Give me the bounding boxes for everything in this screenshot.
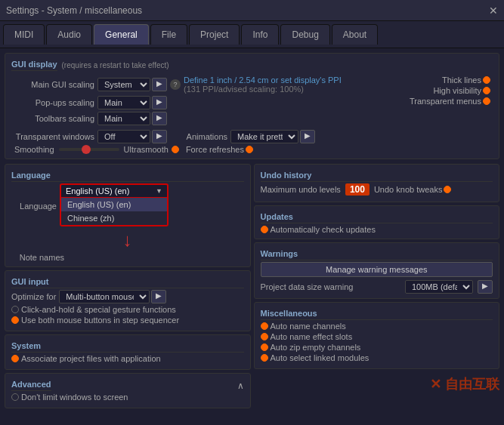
auto-check-label: Automatically check updates [271,225,376,234]
language-dropdown-container: English (US) (en) ▼ English (US) (en) Ch… [60,183,169,226]
language-option-zh[interactable]: Chinese (zh) [61,211,167,225]
max-undo-label: Maximum undo levels [261,185,341,194]
close-button[interactable]: ✕ [489,5,498,17]
language-row: Language English (US) (en) ▼ English (US… [11,183,244,228]
tab-file[interactable]: File [150,24,187,45]
force-refreshes-label: Force refreshes [186,145,244,154]
optimize-label: Optimize for [11,292,56,301]
system-header: System [11,340,244,353]
gesture-label: Click-and-hold & special gesture functio… [21,305,176,314]
note-names-row: Note names [11,253,244,262]
transparent-windows-arrow[interactable]: ▶ [152,130,167,143]
auto-name-channels-label: Auto name channels [271,322,346,331]
tab-general[interactable]: General [94,24,149,45]
gui-input-header: GUI input [11,276,244,288]
project-data-arrow[interactable]: ▶ [478,280,493,294]
language-option-en[interactable]: English (US) (en) [61,198,167,211]
main-content: GUI display (requires a restart to take … [0,48,504,425]
auto-check-radio[interactable] [261,226,268,233]
advanced-header: Advanced [11,378,51,391]
manage-warnings-button[interactable]: Manage warning messages [261,262,493,277]
window-title: Settings - System / miscellaneous [6,5,142,16]
tab-bar: MIDI Audio General File Project Info Deb… [0,21,504,48]
tab-info[interactable]: Info [241,24,279,45]
gesture-option-row: Click-and-hold & special gesture functio… [11,305,244,314]
transparent-windows-select[interactable]: Off [97,130,150,143]
advanced-section: Advanced ∧ Don't limit windows to screen [5,373,251,408]
dropdown-selected[interactable]: English (US) (en) ▼ [61,185,167,197]
high-visibility-toggle[interactable] [483,87,490,94]
updates-header: Updates [261,211,493,223]
optimize-arrow[interactable]: ▶ [151,290,166,303]
limit-windows-label: Don't limit windows to screen [21,393,128,402]
popups-scaling-row: Pop-ups scaling Main ▶ [11,96,410,109]
tab-audio[interactable]: Audio [46,24,92,45]
misc-option4-row: Auto select linked modules [261,353,493,362]
max-undo-value: 100 [345,183,369,196]
animations-label: Animations [173,132,227,141]
project-data-select[interactable]: 100MB (default) [405,280,473,294]
thick-lines-toggle[interactable] [483,76,490,84]
transparent-menus-toggle[interactable] [483,97,490,105]
misc-header: Miscellaneous [261,307,493,320]
force-refreshes-toggle[interactable] [246,146,253,153]
miscellaneous-section: Miscellaneous Auto name channels Auto na… [254,302,500,369]
auto-zip-channels-radio[interactable] [261,343,268,351]
right-column: Undo history Maximum undo levels 100 Und… [254,164,500,420]
thick-lines-label: Thick lines [442,75,481,85]
optimize-select[interactable]: Multi-button mouse [59,290,150,303]
toolbars-scaling-arrow[interactable]: ▶ [152,112,167,125]
popups-scaling-select[interactable]: Main [97,96,150,109]
gui-display-section: GUI display (requires a restart to take … [5,53,499,159]
language-header: Language [11,169,244,182]
tab-debug[interactable]: Debug [280,24,329,45]
transparent-menus-label: Transparent menus [410,97,481,106]
misc-option3-row: Auto zip empty channels [261,343,493,352]
tab-project[interactable]: Project [189,24,240,45]
limit-windows-radio[interactable] [11,393,19,401]
tab-about[interactable]: About [332,24,378,45]
transparent-windows-label: Transparent windows [11,132,94,141]
tab-midi[interactable]: MIDI [3,24,45,45]
main-gui-scaling-arrow[interactable]: ▶ [152,78,167,91]
gesture-radio[interactable] [11,306,19,313]
misc-option2-row: Auto name effect slots [261,332,493,341]
transparent-windows-row: Transparent windows Off ▶ [11,130,167,143]
main-gui-scaling-select[interactable]: System [97,78,150,91]
auto-check-row: Automatically check updates [261,225,493,234]
smoothing-label: Smoothing [14,145,54,154]
animations-row: Animations Make it pretty ▶ [173,130,315,143]
max-undo-row: Maximum undo levels 100 Undo knob tweaks [261,183,493,196]
watermark: ✕ 自由互联 [254,372,500,396]
smoothing-row: Smoothing Ultrasmooth Force refreshes [11,145,255,154]
toolbars-scaling-select[interactable]: Main [97,112,150,125]
auto-name-effects-radio[interactable] [261,333,268,340]
left-column: Language Language English (US) (en) ▼ En… [5,164,251,420]
animations-arrow[interactable]: ▶ [300,130,315,143]
advanced-collapse[interactable]: ∧ [237,380,244,391]
project-data-label: Project data size warning [261,282,354,291]
dropdown-arrow-icon: ▼ [156,187,162,195]
gui-display-header: GUI display [11,58,57,71]
undo-knob-toggle[interactable] [444,186,451,193]
high-visibility-label: High visibility [433,86,481,95]
updates-section: Updates Automatically check updates [254,205,500,239]
help-icon[interactable]: ? [170,79,181,90]
auto-select-modules-label: Auto select linked modules [271,353,369,362]
popups-scaling-arrow[interactable]: ▶ [152,96,167,109]
step-sequencer-label: Use both mouse buttons in step sequencer [21,316,179,325]
misc-option1-row: Auto name channels [261,322,493,331]
ppi-text: Define 1 inch / 2.54 cm or set display's… [184,75,342,85]
smoothing-slider[interactable] [59,148,119,151]
language-section: Language Language English (US) (en) ▼ En… [5,164,251,267]
popups-scaling-label: Pop-ups scaling [11,98,94,107]
system-section: System Associate project files with appl… [5,334,251,370]
associate-files-radio[interactable] [11,355,19,362]
auto-name-channels-radio[interactable] [261,322,268,330]
step-sequencer-radio[interactable] [11,316,19,324]
two-columns: Language Language English (US) (en) ▼ En… [0,159,504,425]
auto-select-modules-radio[interactable] [261,354,268,362]
ultrasmooth-toggle[interactable] [172,146,179,153]
animations-select[interactable]: Make it pretty [230,130,298,143]
gui-input-section: GUI input Optimize for Multi-button mous… [5,270,251,331]
